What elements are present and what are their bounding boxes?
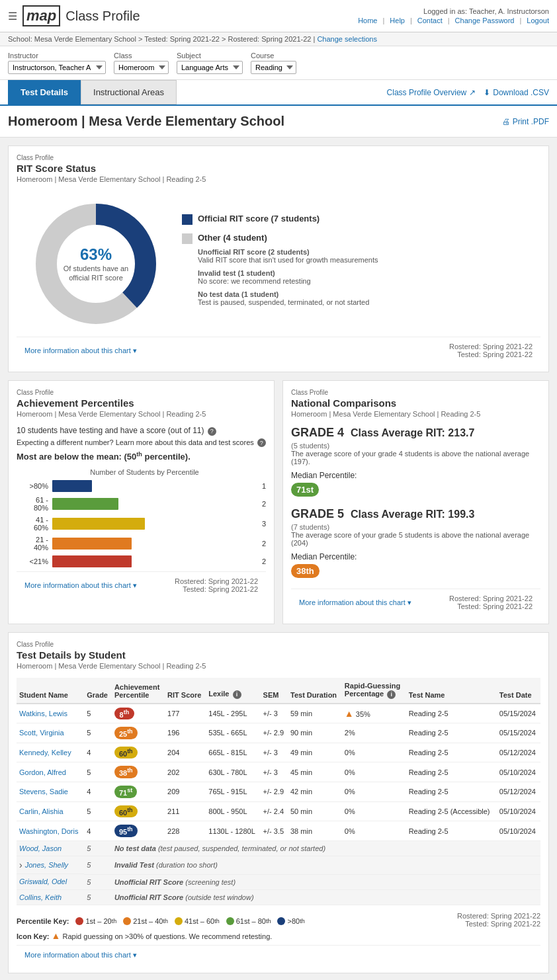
achievement-badge: 60th	[114, 805, 138, 818]
change-selections-link[interactable]: Change selections	[317, 35, 377, 43]
download-icon: ⬇	[484, 88, 490, 97]
rit-more-info-link[interactable]: More information about this chart ▾	[24, 347, 137, 355]
learn-more-info-icon[interactable]: ?	[257, 438, 266, 447]
student-name-link[interactable]: Watkins, Lewis	[19, 710, 67, 717]
logout-link[interactable]: Logout	[527, 17, 549, 24]
external-link-icon: ↗	[469, 88, 476, 97]
col-sem: SEM	[261, 678, 288, 704]
student-name-link[interactable]: Griswald, Odel	[19, 878, 67, 885]
contact-link[interactable]: Contact	[417, 17, 443, 24]
page-title: Class Profile	[65, 9, 140, 24]
key-item-0: 1st – 20th	[75, 917, 116, 925]
change-password-link[interactable]: Change Password	[455, 17, 515, 24]
student-name-link[interactable]: Washington, Doris	[19, 827, 78, 835]
lexile-cell: 630L - 780L	[206, 762, 260, 782]
class-select[interactable]: Homeroom	[114, 61, 169, 74]
expand-button[interactable]: ›	[19, 860, 22, 870]
special-message: No test data (test paused, suspended, te…	[112, 841, 540, 856]
achievement-badge: 71st	[114, 786, 137, 798]
student-name-link[interactable]: Stevens, Sadie	[19, 788, 68, 796]
percentile-key: Percentile Key: 1st – 20th 21st – 40th 4…	[17, 912, 305, 930]
student-name-link[interactable]: Scott, Virginia	[19, 729, 64, 737]
subject-label: Subject	[177, 52, 243, 60]
bar-label-3: 21 - 40%	[23, 536, 48, 551]
rapid-cell: 2%	[342, 723, 406, 743]
bar-label-4: <21%	[23, 557, 48, 565]
home-link[interactable]: Home	[358, 17, 377, 24]
achievement-badge: 95th	[114, 825, 138, 837]
tab-test-details[interactable]: Test Details	[8, 80, 81, 104]
table-row: Stevens, Sadie 4 71st 209 765L - 915L +/…	[17, 782, 540, 802]
col-test-name: Test Name	[406, 678, 497, 704]
grade-cell: 5	[84, 874, 112, 889]
chevron-down-icon: ▾	[133, 347, 137, 354]
key-dot-orange	[123, 917, 131, 925]
subject-select[interactable]: Language Arts	[177, 61, 243, 74]
grade-cell: 5	[84, 762, 112, 782]
student-name-link[interactable]: Carlin, Alishia	[19, 807, 64, 815]
ap-chevron-icon: ▾	[133, 581, 137, 589]
student-name-link[interactable]: Wood, Jason	[19, 844, 62, 852]
learn-more-link[interactable]: Learn more about this data and test scor…	[116, 438, 254, 446]
rapid-cell: 0%	[342, 762, 406, 782]
rit-chart-dates: Rostered: Spring 2021-22 Tested: Spring …	[449, 343, 533, 358]
td-more-info-link[interactable]: More information about this chart ▾	[24, 951, 137, 960]
col-grade: Grade	[84, 678, 112, 704]
student-name-link[interactable]: Jones, Shelly	[25, 861, 68, 869]
ap-chart-info-bar: More information about this chart ▾ Rost…	[17, 571, 266, 598]
rapid-info-icon[interactable]: i	[387, 690, 396, 699]
class-profile-overview-text: Class Profile Overview	[387, 88, 467, 97]
nc-card-label: Class Profile	[291, 389, 540, 396]
student-name-link[interactable]: Collins, Keith	[19, 893, 62, 901]
top-header: ☰ map Class Profile Logged in as: Teache…	[0, 0, 557, 32]
menu-icon[interactable]: ☰	[8, 10, 17, 22]
bar-count-3: 2	[254, 540, 266, 548]
ap-rostered: Rostered: Spring 2021-22	[175, 577, 258, 585]
rit-cell: 209	[165, 782, 206, 802]
test-name-cell: Reading 2-5	[406, 704, 497, 723]
col-rapid-guessing: Rapid-GuessingPercentage i	[342, 678, 406, 704]
key-item-2: 41st – 60th	[175, 917, 220, 925]
invalid-test-desc: No score: we recommend retesting	[198, 277, 378, 285]
grade4-count: (5 students)	[291, 442, 540, 450]
rit-cell: 211	[165, 801, 206, 821]
print-button[interactable]: 🖨 Print .PDF	[502, 117, 549, 126]
rit-cell: 196	[165, 723, 206, 743]
ap-info-icon[interactable]: ?	[208, 427, 216, 436]
special-message: Unofficial RIT Score (outside test windo…	[112, 889, 540, 905]
course-select[interactable]: Reading	[251, 61, 296, 74]
ap-more-info-link[interactable]: More information about this chart ▾	[24, 581, 137, 590]
lexile-info-icon[interactable]: i	[233, 690, 241, 699]
tabs-bar: Test Details Instructional Areas Class P…	[0, 80, 557, 106]
no-test-data-desc: Test is paused, suspended, terminated, o…	[198, 298, 378, 306]
subject-filter: Subject Language Arts	[177, 52, 243, 74]
tab-instructional-areas[interactable]: Instructional Areas	[81, 80, 177, 104]
sem-cell: +/- 2.4	[261, 801, 288, 821]
student-name-link[interactable]: Kennedy, Kelley	[19, 749, 71, 756]
bar-count-2: 3	[254, 520, 266, 528]
key-item-3: 61st – 80th	[226, 917, 271, 925]
student-name-link[interactable]: Gordon, Alfred	[19, 768, 66, 776]
special-message: Invalid Test (duration too short)	[112, 856, 540, 875]
instructor-select[interactable]: Instructorson, Teacher A	[8, 61, 106, 74]
class-profile-overview-link[interactable]: Class Profile Overview ↗	[387, 88, 476, 97]
rit-more-info-text: More information about this chart	[24, 347, 131, 354]
content-area: Class Profile RIT Score Status Homeroom …	[0, 138, 557, 980]
keys-area: Percentile Key: 1st – 20th 21st – 40th 4…	[17, 912, 305, 941]
download-csv-link[interactable]: ⬇ Download .CSV	[484, 88, 549, 97]
td-rostered: Rostered: Spring 2021-22	[457, 912, 540, 920]
donut-percent: 63%	[63, 245, 129, 264]
td-more-info-text: More information about this chart	[24, 951, 131, 959]
legend-official-title: Official RIT score (7 students)	[198, 214, 320, 224]
help-link[interactable]: Help	[390, 17, 405, 24]
key-dot-blue	[277, 917, 285, 925]
sem-cell: +/- 3.5	[261, 821, 288, 841]
tabs-right: Class Profile Overview ↗ ⬇ Download .CSV	[387, 88, 549, 97]
grade-cell: 4	[84, 821, 112, 841]
icon-key-label: Icon Key:	[17, 932, 50, 940]
bar-fill-3	[52, 538, 132, 550]
logged-in-text: Logged in as: Teacher, A. Instructorson	[358, 7, 549, 15]
table-row-special: Collins, Keith 5 Unofficial RIT Score (o…	[17, 889, 540, 905]
nc-more-info-link[interactable]: More information about this chart ▾	[299, 598, 411, 607]
grade5-percentile-badge: 38th	[291, 564, 320, 578]
